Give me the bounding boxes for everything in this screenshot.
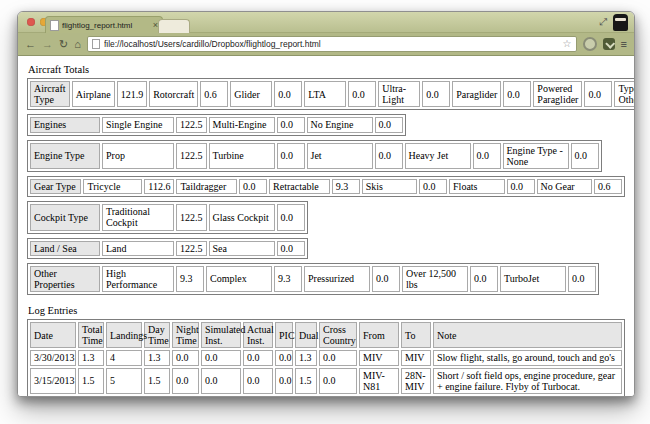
log-cell: MIV-N81 (359, 368, 399, 394)
total-name-cell: Jet (307, 143, 373, 169)
home-icon[interactable]: ⌂ (74, 39, 81, 50)
log-cell: 5 (106, 368, 142, 394)
total-name-cell: Prop (102, 143, 174, 169)
table-row: Other PropertiesHigh Performance9.3Compl… (30, 266, 596, 292)
total-value-cell: 122.5 (176, 204, 207, 230)
total-name-cell: Powered Paraglider (533, 81, 582, 107)
address-url[interactable]: file://localhost/Users/cardillo/Dropbox/… (104, 39, 559, 49)
log-cell: Slow flight, stalls, go around, touch an… (433, 350, 622, 365)
log-cell: 0.0 (201, 350, 241, 365)
total-value-cell: 0.0 (372, 266, 400, 292)
log-cell: 1.4 (275, 396, 293, 397)
forward-icon[interactable]: → (42, 39, 53, 50)
total-name-cell: Type - Other (614, 81, 634, 107)
log-entries-section: Log Entries DateTotal TimeLandingsDay Ti… (27, 305, 625, 397)
total-name-cell: Heavy Jet (405, 143, 471, 169)
total-value-cell: 0.6 (594, 179, 622, 194)
column-header: Cross Country (319, 322, 357, 348)
total-value-cell: 0.0 (277, 241, 305, 256)
total-value-cell: 122.5 (176, 241, 207, 256)
new-tab-button[interactable] (158, 19, 190, 33)
log-cell: 0.0 (275, 350, 293, 365)
table-row: Gear TypeTricycle112.6Taildragger0.0Retr… (30, 179, 622, 194)
total-name-cell: Floats (449, 179, 504, 194)
total-name-cell: Taildragger (176, 179, 237, 194)
total-name-cell: Over 12,500 lbs (402, 266, 468, 292)
aircraft-total-row: Engine TypeProp122.5Turbine0.0Jet0.0Heav… (27, 140, 602, 172)
aircraft-total-row: Aircraft TypeAirplane121.9Rotorcraft0.6G… (27, 78, 634, 110)
bookmark-star-icon[interactable]: ☆ (563, 39, 572, 49)
browser-toolbar: ← → ↻ ⌂ file://localhost/Users/cardillo/… (18, 33, 634, 56)
total-value-cell: 0.0 (375, 143, 403, 169)
total-value-cell: 0.0 (277, 204, 305, 230)
tab-title: flightlog_report.html (62, 21, 150, 30)
address-bar[interactable]: file://localhost/Users/cardillo/Dropbox/… (87, 36, 577, 52)
total-name-cell: Complex (206, 266, 272, 292)
tab-favicon-icon (50, 20, 59, 31)
log-cell: 1.3 (144, 350, 170, 365)
log-cell: MIV (359, 350, 399, 365)
table-row: Cockpit TypeTraditional Cockpit122.5Glas… (30, 204, 305, 230)
table-row: EnginesSingle Engine122.5Multi-Engine0.0… (30, 117, 403, 132)
total-name-cell: TurboJet (500, 266, 566, 292)
ninja-icon (613, 14, 628, 31)
total-name-cell: Traditional Cockpit (102, 204, 174, 230)
page-icon (92, 39, 100, 49)
fullscreen-icon[interactable]: ⤢ (599, 13, 607, 31)
log-cell: 3/15/2013 (30, 368, 76, 394)
column-header: Note (433, 322, 622, 348)
log-cell: 1.3 (78, 350, 104, 365)
total-value-cell: 0.0 (422, 81, 450, 107)
total-name-cell: Engine Type - None (503, 143, 569, 169)
total-name-cell: Paraglider (452, 81, 501, 107)
total-value-cell: 112.6 (144, 179, 174, 194)
column-header: Total Time (78, 322, 104, 348)
tab-flightlog-report[interactable]: flightlog_report.html × (45, 16, 163, 33)
total-name-cell: Tricycle (83, 179, 142, 194)
titlebar: flightlog_report.html × ⤢ (18, 12, 634, 33)
reload-icon[interactable]: ↻ (59, 39, 68, 50)
table-row: Aircraft TypeAirplane121.9Rotorcraft0.6G… (30, 81, 634, 107)
log-cell: 3/30/2013 (30, 350, 76, 365)
column-header: Simulated Inst. (201, 322, 241, 348)
log-cell: 0.0 (201, 396, 241, 397)
category-label: Engines (30, 117, 100, 132)
total-name-cell: Single Engine (102, 117, 174, 132)
total-name-cell: Glass Cockpit (209, 204, 275, 230)
menu-icon[interactable]: ≡ (621, 39, 627, 50)
log-cell: 4 (106, 350, 142, 365)
category-label: Land / Sea (30, 241, 100, 256)
log-cell: 1.5 (144, 368, 170, 394)
close-window-button[interactable] (27, 18, 35, 26)
aircraft-total-row: Gear TypeTricycle112.6Taildragger0.0Retr… (27, 176, 625, 197)
log-cell: 1.5 (295, 368, 317, 394)
aircraft-totals-tables: Aircraft TypeAirplane121.9Rotorcraft0.6G… (27, 78, 625, 295)
total-name-cell: Land (102, 241, 174, 256)
aircraft-total-row: EnginesSingle Engine122.5Multi-Engine0.0… (27, 114, 406, 135)
back-icon[interactable]: ← (25, 39, 36, 50)
log-cell: MIV (401, 396, 431, 397)
page-content: Aircraft Totals Aircraft TypeAirplane121… (18, 56, 634, 397)
shield-chevron-icon[interactable] (603, 38, 615, 50)
extension-circle-icon[interactable] (583, 37, 597, 51)
table-row: Land / SeaLand122.5Sea0.0 (30, 241, 305, 256)
column-header: PIC (275, 322, 293, 348)
log-cell: 3/9/2013 (30, 396, 76, 397)
total-name-cell: LTA (304, 81, 346, 107)
log-cell: 0.0 (172, 350, 199, 365)
total-value-cell: 0.0 (571, 143, 599, 169)
total-value-cell: 122.5 (176, 117, 207, 132)
total-value-cell: 0.0 (277, 143, 305, 169)
total-value-cell: 0.0 (419, 179, 447, 194)
log-entry-row: 3/9/20131.421.40.00.00.01.40.00.0MIV-N14… (30, 396, 622, 397)
total-value-cell: 0.0 (274, 81, 302, 107)
total-name-cell: Airplane (72, 81, 115, 107)
log-cell: 0.0 (243, 396, 273, 397)
column-header: Day Time (144, 322, 170, 348)
total-value-cell: 0.0 (375, 117, 403, 132)
table-row: Engine TypeProp122.5Turbine0.0Jet0.0Heav… (30, 143, 599, 169)
total-value-cell: 0.0 (473, 143, 501, 169)
column-header: Dual (295, 322, 317, 348)
log-entry-row: 3/30/20131.341.30.00.00.00.01.30.0MIVMIV… (30, 350, 622, 365)
log-cell: 1.3 (295, 350, 317, 365)
